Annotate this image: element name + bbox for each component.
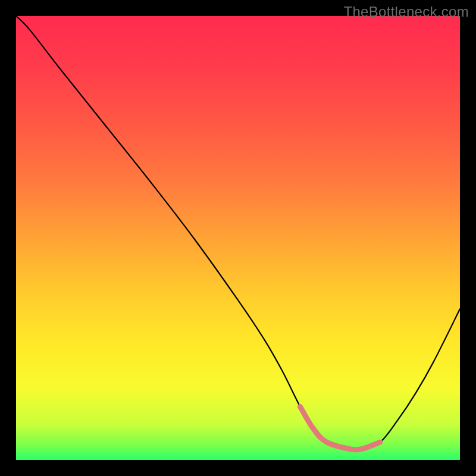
series-main-curve [16,16,460,450]
plot-area [16,16,460,460]
watermark-text: TheBottleneck.com [343,4,469,20]
curve-layer [16,16,460,460]
series-trough-highlight [300,406,380,449]
chart-frame: TheBottleneck.com [0,0,476,476]
